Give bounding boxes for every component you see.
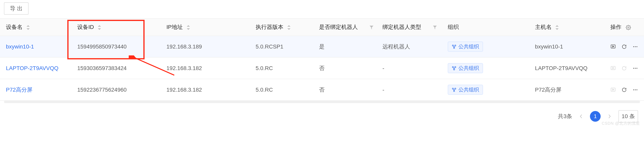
col-bound[interactable]: 是否绑定机器人 xyxy=(313,18,376,36)
col-ip[interactable]: IP地址 xyxy=(160,18,250,36)
horizontal-scrollbar[interactable] xyxy=(4,101,640,103)
col-host[interactable]: 主机名 xyxy=(529,18,604,36)
cell-ip: 192.168.3.182 xyxy=(160,79,250,100)
org-tag[interactable]: 公共组织 xyxy=(448,85,483,95)
cell-robot_type: 远程机器人 xyxy=(376,36,442,58)
col-label: 是否绑定机器人 xyxy=(319,24,358,30)
cell-host: bxywin10-1 xyxy=(529,36,604,58)
cell-runner_version: 5.0.RC xyxy=(250,58,313,79)
cell-device_id: 1593036597383424 xyxy=(71,58,160,79)
device-name-link[interactable]: LAPTOP-2T9AVVQQ xyxy=(6,65,58,71)
cell-runner_version: 5.0.RCSP1 xyxy=(250,36,313,58)
cell-is_bound: 是 xyxy=(313,36,376,58)
table-row: P72高分屏1592236775624960192.168.3.1825.0.R… xyxy=(0,79,644,100)
cell-device_id: 1594995850973440 xyxy=(71,36,160,58)
svg-point-0 xyxy=(628,27,629,28)
col-label: 执行器版本 xyxy=(256,24,284,30)
col-label: IP地址 xyxy=(166,24,182,30)
refresh-button[interactable] xyxy=(622,44,627,50)
svg-point-3 xyxy=(454,47,455,48)
prev-page-button[interactable] xyxy=(576,111,586,122)
svg-point-7 xyxy=(636,46,638,47)
org-icon xyxy=(452,88,456,92)
export-button[interactable]: 导 出 xyxy=(4,2,28,15)
col-device-name[interactable]: 设备名 xyxy=(0,18,71,36)
sort-icon[interactable] xyxy=(98,25,102,30)
col-label: 设备名 xyxy=(6,24,22,30)
device-name-link[interactable]: bxywin10-1 xyxy=(6,44,34,50)
org-icon xyxy=(452,66,456,71)
col-label: 操作 xyxy=(610,24,622,30)
next-page-button[interactable] xyxy=(604,111,615,122)
svg-point-6 xyxy=(635,46,636,47)
svg-point-5 xyxy=(633,46,634,47)
org-tag[interactable]: 公共组织 xyxy=(448,63,483,73)
device-name-link[interactable]: P72高分屏 xyxy=(6,87,32,93)
launch-button[interactable] xyxy=(610,44,616,50)
org-tag-label: 公共组织 xyxy=(458,86,479,93)
gear-icon[interactable] xyxy=(626,25,631,30)
col-label: 主机名 xyxy=(535,24,552,30)
org-tag-label: 公共组织 xyxy=(458,43,479,50)
svg-point-10 xyxy=(454,69,455,70)
cell-ip: 192.168.3.189 xyxy=(160,36,250,58)
launch-button xyxy=(610,87,616,92)
col-label: 组织 xyxy=(448,24,459,30)
svg-point-21 xyxy=(636,89,638,90)
page-size-label: 10 条 xyxy=(622,112,635,120)
col-org: 组织 xyxy=(442,18,529,36)
more-button[interactable] xyxy=(632,66,638,71)
cell-is_bound: 否 xyxy=(313,58,376,79)
cell-ip: 192.168.3.182 xyxy=(160,58,250,79)
cell-host: P72高分屏 xyxy=(529,79,604,100)
filter-icon[interactable] xyxy=(433,25,437,30)
col-robot-type[interactable]: 绑定机器人类型 xyxy=(376,18,442,36)
device-table: 设备名 设备ID IP地址 执行器版本 xyxy=(0,18,644,101)
more-button[interactable] xyxy=(632,44,638,50)
col-ops: 操作 xyxy=(604,18,644,36)
launch-button xyxy=(610,66,616,71)
sort-icon[interactable] xyxy=(287,25,291,30)
watermark: CSDN @北方的流星 xyxy=(602,121,640,126)
cell-host: LAPTOP-2T9AVVQQ xyxy=(529,58,604,79)
sort-icon[interactable] xyxy=(555,25,559,30)
col-label: 设备ID xyxy=(77,24,94,30)
svg-point-17 xyxy=(454,90,455,92)
cell-robot_type: - xyxy=(376,79,442,100)
cell-robot_type: - xyxy=(376,58,442,79)
col-runner-version[interactable]: 执行器版本 xyxy=(250,18,313,36)
filter-icon[interactable] xyxy=(369,25,374,30)
total-count-label: 共3条 xyxy=(558,112,572,120)
col-device-id[interactable]: 设备ID xyxy=(71,18,160,36)
svg-point-19 xyxy=(633,89,634,90)
cell-runner_version: 5.0.RC xyxy=(250,79,313,100)
org-tag-label: 公共组织 xyxy=(458,65,479,72)
table-row: LAPTOP-2T9AVVQQ1593036597383424192.168.3… xyxy=(0,58,644,79)
more-button[interactable] xyxy=(632,87,638,92)
org-icon xyxy=(452,44,456,49)
sort-icon[interactable] xyxy=(26,25,30,30)
page-number-button[interactable]: 1 xyxy=(590,111,601,122)
refresh-button xyxy=(622,66,627,71)
table-row: bxywin10-11594995850973440192.168.3.1895… xyxy=(0,36,644,58)
cell-is_bound: 否 xyxy=(313,79,376,100)
svg-point-14 xyxy=(636,68,638,69)
refresh-button[interactable] xyxy=(622,87,627,92)
cell-device_id: 1592236775624960 xyxy=(71,79,160,100)
svg-point-13 xyxy=(635,68,636,69)
col-label: 绑定机器人类型 xyxy=(382,24,421,30)
svg-point-20 xyxy=(635,89,636,90)
pagination: 共3条 1 10 条 xyxy=(0,110,644,126)
svg-point-12 xyxy=(633,68,634,69)
org-tag[interactable]: 公共组织 xyxy=(448,42,483,52)
sort-icon[interactable] xyxy=(186,25,190,30)
